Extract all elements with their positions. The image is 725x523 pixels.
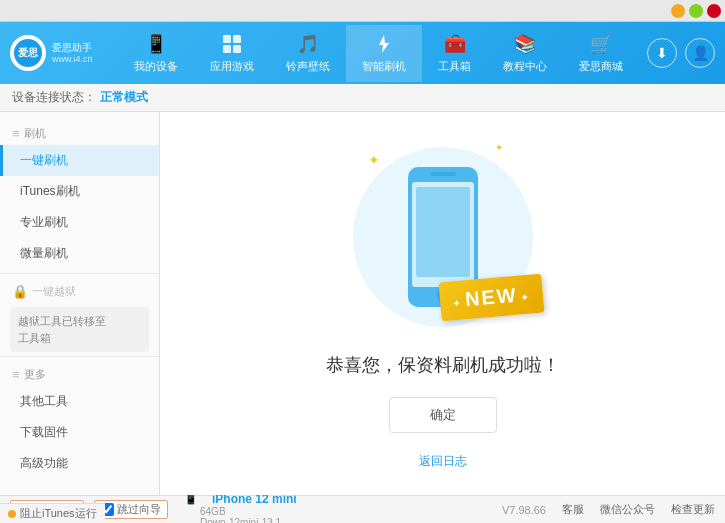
nav-item-tutorial[interactable]: 📚 教程中心	[487, 25, 563, 82]
bottom-right: V7.98.66 客服 微信公众号 检查更新	[502, 502, 715, 517]
shop-icon: 🛒	[590, 33, 612, 55]
tutorial-icon: 📚	[514, 33, 536, 55]
nav-item-my-device[interactable]: 📱 我的设备	[118, 25, 194, 82]
ringtones-icon: 🎵	[297, 33, 319, 55]
nav-item-smart-flash[interactable]: 智能刷机	[346, 25, 422, 82]
main-layout: ≡ 刷机 一键刷机 iTunes刷机 专业刷机 微量刷机 🔒 一键越狱 越狱工具…	[0, 112, 725, 495]
lock-icon: 🔒	[12, 284, 28, 299]
content-area: ✦ ✦ ✦NEW✦ 恭喜您，保资料刷机成功啦！ 确定 返回日志	[160, 112, 725, 495]
sparkle-1: ✦	[368, 152, 380, 168]
check-update-btn[interactable]: 检查更新	[671, 502, 715, 517]
skip-wizard-checkbox[interactable]: 跳过向导	[94, 500, 168, 519]
my-device-icon: 📱	[145, 33, 167, 55]
phone-badge-container: ✦ ✦ ✦NEW✦	[343, 137, 543, 337]
sidebar-item-pro-flash[interactable]: 专业刷机	[0, 207, 159, 238]
itunes-status-bar: 阻止iTunes运行	[0, 503, 105, 523]
sidebar-item-other-tools[interactable]: 其他工具	[0, 386, 159, 417]
status-value: 正常模式	[100, 89, 148, 106]
sidebar-divider-1	[0, 273, 159, 274]
nav-item-shop[interactable]: 🛒 爱思商城	[563, 25, 639, 82]
title-bar	[0, 0, 725, 22]
logo-area: 爱思 爱思助手 www.i4.cn	[10, 35, 110, 71]
flash-section-icon: ≡	[12, 126, 20, 141]
svg-rect-3	[233, 45, 241, 53]
itunes-status-dot	[8, 510, 16, 518]
sidebar-divider-2	[0, 356, 159, 357]
device-info-area: 📱 iPhone 12 mini 64GB Down-12mini-13.1	[184, 492, 297, 524]
sidebar-item-micro-flash[interactable]: 微量刷机	[0, 238, 159, 269]
svg-rect-8	[430, 172, 456, 176]
jailbreak-label: 一键越狱	[32, 284, 76, 299]
status-bar: 设备连接状态： 正常模式	[0, 84, 725, 112]
svg-rect-0	[223, 35, 231, 43]
status-label: 设备连接状态：	[12, 89, 96, 106]
more-section-icon: ≡	[12, 367, 20, 382]
user-button[interactable]: 👤	[685, 38, 715, 68]
apps-games-icon	[221, 33, 243, 55]
nav-item-ringtones[interactable]: 🎵 铃声壁纸	[270, 25, 346, 82]
sidebar: ≡ 刷机 一键刷机 iTunes刷机 专业刷机 微量刷机 🔒 一键越狱 越狱工具…	[0, 112, 160, 495]
sidebar-item-download-firmware[interactable]: 下载固件	[0, 417, 159, 448]
success-illustration: ✦ ✦ ✦NEW✦ 恭喜您，保资料刷机成功啦！ 确定 返回日志	[326, 137, 560, 470]
smart-flash-icon	[373, 33, 395, 55]
device-details: 64GB Down-12mini-13.1	[200, 506, 297, 524]
sidebar-item-itunes-flash[interactable]: iTunes刷机	[0, 176, 159, 207]
logo-text: 爱思助手 www.i4.cn	[52, 41, 93, 66]
download-button[interactable]: ⬇	[647, 38, 677, 68]
logo-icon: 爱思	[14, 39, 42, 67]
sparkle-2: ✦	[495, 142, 503, 153]
svg-rect-6	[416, 187, 470, 277]
maximize-button[interactable]	[689, 4, 703, 18]
customer-service-btn[interactable]: 客服	[562, 502, 584, 517]
success-text: 恭喜您，保资料刷机成功啦！	[326, 353, 560, 377]
sidebar-section-more: ≡ 更多	[0, 361, 159, 386]
sidebar-section-flash: ≡ 刷机	[0, 120, 159, 145]
sidebar-item-one-click-flash[interactable]: 一键刷机	[0, 145, 159, 176]
sidebar-section-jailbreak: 🔒 一键越狱	[0, 278, 159, 303]
bottom-bar: 自动敷送 跳过向导 📱 iPhone 12 mini 64GB Down-12m…	[0, 495, 725, 523]
version-label: V7.98.66	[502, 504, 546, 516]
wechat-btn[interactable]: 微信公众号	[600, 502, 655, 517]
itunes-status-label: 阻止iTunes运行	[20, 506, 97, 521]
back-link[interactable]: 返回日志	[419, 453, 467, 470]
new-badge: ✦NEW✦	[438, 274, 544, 322]
header: 爱思 爱思助手 www.i4.cn 📱 我的设备 应用游戏 🎵 铃	[0, 22, 725, 84]
minimize-button[interactable]	[671, 4, 685, 18]
svg-rect-2	[223, 45, 231, 53]
nav-right: ⬇ 👤	[647, 38, 715, 68]
nav-item-toolbox[interactable]: 🧰 工具箱	[422, 25, 487, 82]
close-button[interactable]	[707, 4, 721, 18]
toolbox-icon: 🧰	[444, 33, 466, 55]
sidebar-notice: 越狱工具已转移至工具箱	[10, 307, 149, 352]
nav-items: 📱 我的设备 应用游戏 🎵 铃声壁纸	[110, 25, 647, 82]
logo-circle: 爱思	[10, 35, 46, 71]
confirm-button[interactable]: 确定	[389, 397, 497, 433]
sidebar-item-advanced[interactable]: 高级功能	[0, 448, 159, 479]
svg-rect-1	[233, 35, 241, 43]
nav-item-apps-games[interactable]: 应用游戏	[194, 25, 270, 82]
